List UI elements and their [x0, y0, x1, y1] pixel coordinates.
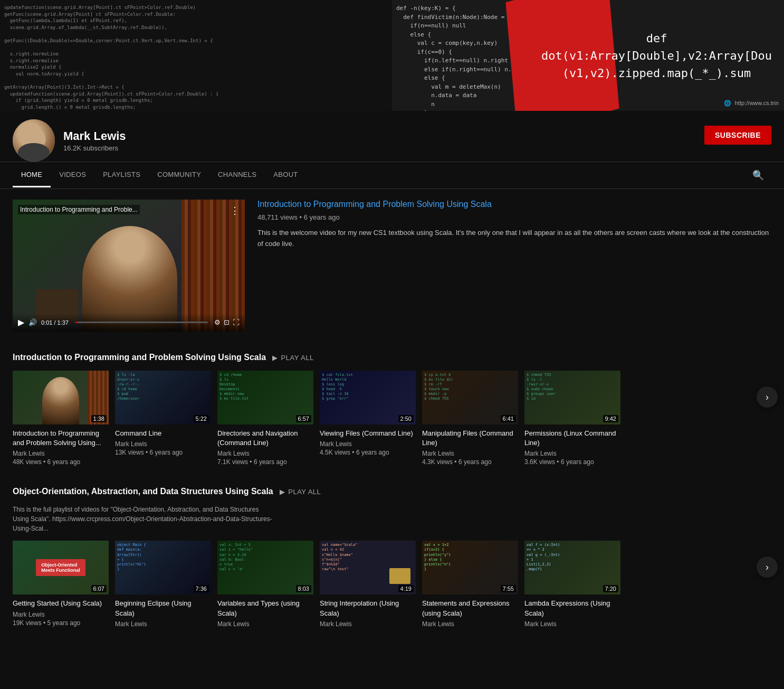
- duration-2-3: 8:03: [296, 585, 311, 592]
- scroll-right-arrow-2[interactable]: ›: [757, 556, 778, 578]
- featured-age: 6 years ago: [304, 213, 340, 221]
- video-thumb-2-6: val f = (x:Int) => x * 2val g = (_:Int) …: [524, 541, 620, 594]
- featured-video-title[interactable]: Introduction to Programming and Problem …: [257, 200, 771, 209]
- featured-more-button[interactable]: ⋮: [230, 205, 240, 216]
- video-thumb-1-3: $ cd /home$ lsDesktopDocuments$ mkdir ne…: [217, 371, 313, 424]
- video-title-2-5: Statements and Expressions (using Scala): [422, 599, 518, 618]
- video-title-2-2: Beginning Eclipse (Using Scala): [115, 599, 211, 618]
- tab-channels[interactable]: CHANNELS: [209, 163, 265, 187]
- play-all-button-1[interactable]: ▶ PLAY ALL: [272, 354, 314, 362]
- video-title-2-1: Getting Started (Using Scala): [13, 599, 109, 608]
- video-author-1-1: Mark Lewis: [13, 450, 109, 457]
- play-button[interactable]: ▶: [18, 317, 24, 327]
- video-card-2-2[interactable]: object Main { def main(a: Array[Str]) = …: [115, 541, 211, 628]
- video-title-2-3: Variables and Types (using Scala): [217, 599, 313, 618]
- channel-avatar: [13, 119, 55, 162]
- banner-right: def dot(v1:Array[Double],v2:Array[Dou (v…: [392, 0, 784, 111]
- video-title-2-6: Lambda Expressions (Using Scala): [524, 599, 620, 618]
- video-author-2-2: Mark Lewis: [115, 620, 211, 628]
- playlist-header-2: Object-Orientation, Abstraction, and Dat…: [13, 487, 771, 496]
- video-thumb-2-5: val x = 1+2if(x>2) { println("y")} else …: [422, 541, 518, 594]
- video-card-1-4[interactable]: $ cat file.txtHello World$ less log$ hea…: [320, 371, 416, 466]
- video-thumb-2-3: val x: Int = 5val s = "hello"var n = 3.1…: [217, 541, 313, 594]
- duration-1-2: 5:22: [194, 415, 209, 422]
- video-card-1-1[interactable]: 1:38 Introduction to Programming and Pro…: [13, 371, 109, 466]
- fullscreen-icon[interactable]: ⛶: [233, 318, 240, 326]
- channel-subscribers: 16.2K subscribers: [63, 144, 696, 152]
- video-card-2-1[interactable]: Object-OrientedMeets Functional 6:07 Get…: [13, 541, 109, 628]
- video-author-2-1: Mark Lewis: [13, 611, 109, 618]
- duration-2-4: 4:19: [398, 585, 414, 592]
- playlist-section-2: Object-Orientation, Abstraction, and Dat…: [13, 487, 771, 628]
- progress-bar[interactable]: [75, 322, 208, 323]
- video-meta-1-2: 13K views • 6 years ago: [115, 449, 211, 456]
- video-card-1-5[interactable]: $ cp a.txt b$ mv file dir$ rm -rf$ touch…: [422, 371, 518, 466]
- scroll-right-arrow-1[interactable]: ›: [757, 386, 778, 408]
- avatar-image: [13, 119, 55, 162]
- progress-fill: [75, 322, 78, 323]
- video-title-2-4: String Interpolation (Using Scala): [320, 599, 416, 618]
- channel-header: Mark Lewis 16.2K subscribers SUBSCRIBE: [0, 111, 784, 162]
- video-thumb-1-6: $ chmod 755$ ls -l-rwxr-xr-x$ sudo chown…: [524, 371, 620, 424]
- video-card-2-5[interactable]: val x = 1+2if(x>2) { println("y")} else …: [422, 541, 518, 628]
- video-card-1-6[interactable]: $ chmod 755$ ls -l-rwxr-xr-x$ sudo chown…: [524, 371, 620, 466]
- video-title-1-6: Permissions (Linux Command Line): [524, 429, 620, 448]
- featured-section: Introduction to Programming and Proble..…: [13, 200, 771, 332]
- featured-title-overlay: Introduction to Programming and Proble..…: [18, 205, 140, 214]
- channel-navigation: HOME VIDEOS PLAYLISTS COMMUNITY CHANNELS…: [0, 162, 784, 189]
- video-card-2-4[interactable]: val name="Scala"val n = 42s"Hello $name"…: [320, 541, 416, 628]
- video-author-2-3: Mark Lewis: [217, 620, 313, 628]
- tab-videos[interactable]: VIDEOS: [51, 163, 94, 187]
- duration-1-1: 1:38: [91, 415, 107, 422]
- duration-1-4: 2:50: [398, 415, 414, 422]
- video-card-2-6[interactable]: val f = (x:Int) => x * 2val g = (_:Int) …: [524, 541, 620, 628]
- video-author-1-4: Mark Lewis: [320, 440, 416, 448]
- miniplayer-icon[interactable]: ⊡: [224, 318, 230, 326]
- video-thumb-2-1: Object-OrientedMeets Functional 6:07: [13, 541, 109, 594]
- video-meta-2-1: 19K views • 5 years ago: [13, 619, 109, 627]
- video-author-2-6: Mark Lewis: [524, 620, 620, 628]
- search-icon[interactable]: 🔍: [745, 162, 771, 188]
- banner-code-text: def dot(v1:Array[Double],v2:Array[Dou (v…: [529, 30, 784, 82]
- video-author-1-6: Mark Lewis: [524, 450, 620, 457]
- playlist-title-2[interactable]: Object-Orientation, Abstraction, and Dat…: [13, 487, 273, 496]
- playlist-title-1[interactable]: Introduction to Programming and Problem …: [13, 353, 266, 362]
- tab-about[interactable]: ABOUT: [265, 163, 306, 187]
- channel-name: Mark Lewis: [63, 129, 696, 143]
- playlist-2-description: This is the full playlist of videos for …: [13, 505, 276, 533]
- featured-views: 48,711 views: [257, 213, 298, 221]
- settings-icon[interactable]: ⚙: [214, 318, 221, 326]
- control-icons: ⚙ ⊡ ⛶: [214, 318, 240, 326]
- play-all-icon-1: ▶: [272, 354, 278, 362]
- video-author-1-5: Mark Lewis: [422, 450, 518, 457]
- duration-1-5: 6:41: [501, 415, 516, 422]
- featured-video-info: Introduction to Programming and Problem …: [257, 200, 771, 332]
- video-title-1-5: Manipulating Files (Command Line): [422, 429, 518, 448]
- duration-2-2: 7:36: [194, 585, 209, 592]
- video-card-1-3[interactable]: $ cd /home$ lsDesktopDocuments$ mkdir ne…: [217, 371, 313, 466]
- video-title-1-1: Introduction to Programming and Problem …: [13, 429, 109, 448]
- video-thumb-1-2: $ ls -ladrwxr-xr-x-rw-r--r--$ cd home$ p…: [115, 371, 211, 424]
- video-author-2-4: Mark Lewis: [320, 620, 416, 628]
- tab-playlists[interactable]: PLAYLISTS: [94, 163, 149, 187]
- video-author-1-3: Mark Lewis: [217, 450, 313, 457]
- video-title-1-4: Viewing Files (Command Line): [320, 429, 416, 438]
- time-display: 0:01 / 1:37: [41, 319, 69, 326]
- play-all-button-2[interactable]: ▶ PLAY ALL: [280, 488, 321, 496]
- video-meta-1-6: 3.6K views • 6 years ago: [524, 458, 620, 466]
- subscribe-button[interactable]: SUBSCRIBE: [704, 126, 771, 145]
- video-controls: ▶ 🔊 0:01 / 1:37 ⚙ ⊡ ⛶: [13, 313, 245, 332]
- tab-home[interactable]: HOME: [13, 163, 51, 187]
- playlist-header-1: Introduction to Programming and Problem …: [13, 353, 771, 362]
- duration-2-1: 6:07: [91, 585, 107, 592]
- tab-community[interactable]: COMMUNITY: [149, 163, 209, 187]
- duration-2-5: 7:55: [501, 585, 516, 592]
- featured-video-player[interactable]: Introduction to Programming and Proble..…: [13, 200, 245, 332]
- volume-button[interactable]: 🔊: [28, 318, 37, 326]
- video-card-2-3[interactable]: val x: Int = 5val s = "hello"var n = 3.1…: [217, 541, 313, 628]
- playlist-1-video-row: 1:38 Introduction to Programming and Pro…: [13, 371, 771, 466]
- video-title-1-2: Command Line: [115, 429, 211, 438]
- featured-video-meta: 48,711 views • 6 years ago: [257, 213, 771, 221]
- video-title-1-3: Directories and Navigation (Command Line…: [217, 429, 313, 448]
- video-card-1-2[interactable]: $ ls -ladrwxr-xr-x-rw-r--r--$ cd home$ p…: [115, 371, 211, 466]
